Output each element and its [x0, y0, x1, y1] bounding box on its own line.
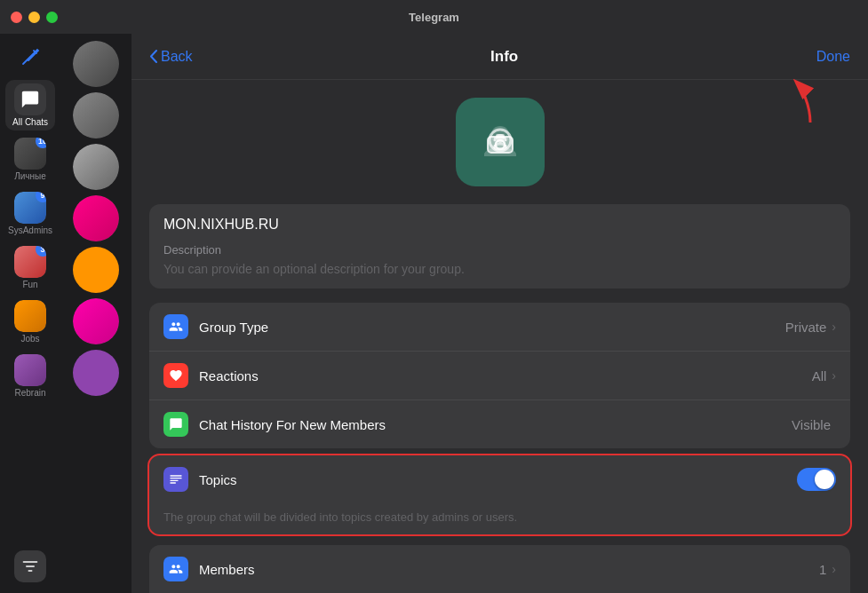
fun-icon: 3: [14, 246, 46, 278]
group-type-label: Group Type: [199, 320, 785, 335]
reactions-chevron: ›: [832, 368, 836, 383]
all-chats-icon: [14, 83, 46, 115]
topics-label: Topics: [199, 472, 797, 487]
sidebar-item-rebrain-label: Rebrain: [14, 388, 45, 398]
group-avatar[interactable]: [456, 98, 545, 186]
window-controls: [11, 12, 58, 23]
content-header: Back Info Done: [131, 34, 868, 80]
members-row[interactable]: Members 1 ›: [149, 545, 850, 593]
topics-row[interactable]: Topics: [149, 455, 850, 503]
sidebar-item-all-chats[interactable]: All Chats: [5, 80, 55, 130]
personal-icon: 10: [14, 138, 46, 170]
chat-list: [60, 34, 131, 593]
topics-card: Topics The group chat will be divided in…: [149, 455, 850, 534]
members-icon: [163, 557, 188, 581]
sysadmins-icon: 9: [14, 192, 46, 224]
topics-hint: The group chat will be divided into topi…: [149, 503, 850, 534]
sidebar-item-fun[interactable]: 3 Fun: [5, 242, 55, 293]
chat-history-icon: [163, 412, 188, 437]
maximize-button[interactable]: [46, 12, 58, 23]
svg-rect-3: [488, 137, 513, 153]
sidebar-item-jobs-label: Jobs: [20, 334, 39, 344]
group-name: MON.NIXHUB.RU: [163, 217, 836, 233]
chat-avatar-7[interactable]: [73, 350, 119, 396]
sidebar-item-rebrain[interactable]: Rebrain: [5, 351, 55, 401]
chat-avatar-2[interactable]: [73, 92, 119, 138]
reactions-icon: [163, 363, 188, 388]
title-bar: Telegram: [0, 0, 868, 34]
topics-toggle[interactable]: [797, 468, 836, 491]
sidebar-item-personal[interactable]: 10 Личные: [5, 134, 55, 185]
reactions-value: All: [812, 368, 827, 383]
group-type-icon: [163, 314, 188, 339]
chat-history-value: Visible: [792, 417, 831, 432]
header-title: Info: [490, 48, 518, 66]
back-label: Back: [161, 49, 193, 65]
sidebar-item-fun-label: Fun: [22, 280, 37, 289]
chat-history-row[interactable]: Chat History For New Members Visible: [149, 400, 850, 448]
members-card: Members 1 › Invite Links 1 ›: [149, 545, 850, 593]
sidebar-item-all-chats-label: All Chats: [12, 117, 48, 127]
chat-avatar-3[interactable]: [73, 144, 119, 190]
content-area: Back Info Done: [131, 34, 868, 593]
sidebar-item-personal-label: Личные: [14, 171, 46, 181]
group-type-chevron: ›: [832, 320, 836, 334]
compose-button[interactable]: [14, 41, 46, 73]
close-button[interactable]: [11, 12, 22, 23]
topics-icon: [163, 467, 188, 492]
chat-avatar-6[interactable]: [73, 298, 119, 344]
sidebar-item-sysadmins[interactable]: 9 SysAdmins: [5, 188, 55, 239]
sidebar-item-filter[interactable]: [5, 547, 55, 586]
members-label: Members: [199, 562, 819, 577]
done-button[interactable]: Done: [816, 49, 850, 65]
jobs-icon: [14, 300, 46, 332]
sidebar-item-jobs[interactable]: Jobs: [5, 296, 55, 347]
rebrain-icon: [14, 354, 46, 386]
svg-rect-5: [496, 134, 505, 138]
description-label: Description: [163, 243, 836, 257]
sidebar-item-sysadmins-label: SysAdmins: [8, 225, 52, 235]
chat-history-label: Chat History For New Members: [199, 417, 792, 432]
icon-sidebar: All Chats 10 Личные 9 SysAdmins 3 Fun: [0, 34, 60, 593]
description-hint: You can provide an optional description …: [163, 262, 836, 276]
scroll-content: MON.NIXHUB.RU Description You can provid…: [131, 80, 868, 593]
settings-card: Group Type Private › Reactions All ›: [149, 303, 850, 448]
chat-avatar-5[interactable]: [73, 247, 119, 293]
members-value: 1: [819, 562, 826, 577]
members-chevron: ›: [832, 562, 836, 576]
chat-avatar-4[interactable]: [73, 195, 119, 241]
chat-avatar-1[interactable]: [73, 41, 119, 87]
info-card: MON.NIXHUB.RU Description You can provid…: [149, 204, 850, 289]
avatar-section: [149, 98, 850, 186]
filter-icon: [14, 550, 46, 582]
group-type-value: Private: [785, 320, 827, 335]
back-button[interactable]: Back: [149, 49, 193, 65]
minimize-button[interactable]: [28, 12, 40, 23]
app-title: Telegram: [409, 11, 459, 24]
group-type-row[interactable]: Group Type Private ›: [149, 303, 850, 352]
reactions-label: Reactions: [199, 368, 812, 383]
reactions-row[interactable]: Reactions All ›: [149, 352, 850, 400]
toggle-thumb: [815, 470, 834, 489]
